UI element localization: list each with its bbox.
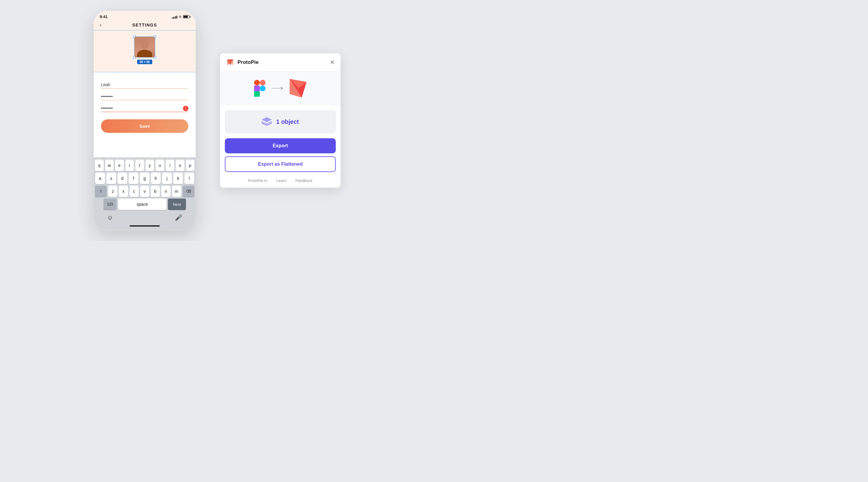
panel-title: ProtoPie <box>238 59 258 65</box>
avatar[interactable] <box>134 37 155 57</box>
object-count: 1 object <box>276 118 299 125</box>
key-b[interactable]: b <box>151 186 160 197</box>
svg-rect-3 <box>254 80 260 86</box>
panel-header: ProtoPie ✕ <box>220 53 341 72</box>
key-shift[interactable]: ⇧ <box>95 186 107 197</box>
protopie-panel: ProtoPie ✕ 1 o <box>220 53 341 188</box>
panel-footer: ProtoPie.io Learn Feedback <box>220 174 341 188</box>
svg-rect-5 <box>254 86 260 91</box>
phone-mockup: 9:41 ⊜ ‹ SETTINGS <box>93 10 196 230</box>
key-i[interactable]: i <box>166 160 175 171</box>
emoji-icon[interactable]: ☺ <box>107 214 113 221</box>
key-c[interactable]: c <box>130 186 138 197</box>
avatar-container: 68 × 68 <box>134 36 155 58</box>
keyboard-row4: 123 space Next <box>95 198 194 210</box>
key-z[interactable]: z <box>108 186 117 197</box>
password1-field <box>101 93 188 100</box>
transfer-arrow <box>272 87 284 90</box>
key-u[interactable]: u <box>156 160 164 171</box>
key-t[interactable]: t <box>135 160 144 171</box>
key-h[interactable]: h <box>151 172 161 184</box>
home-bar <box>130 225 160 227</box>
footer-link-protopie[interactable]: ProtoPie.io <box>248 178 267 183</box>
key-w[interactable]: w <box>105 160 114 171</box>
svg-rect-7 <box>254 91 260 97</box>
keyboard-row1: q w e r t y u i o p <box>95 160 194 171</box>
key-x[interactable]: x <box>119 186 128 197</box>
buttons-section: Export Export as Flattened <box>220 138 341 174</box>
password2-field: ! <box>101 104 188 112</box>
selection-box <box>134 36 155 58</box>
battery-icon <box>183 15 190 19</box>
key-e[interactable]: e <box>115 160 124 171</box>
panel-logo: ProtoPie <box>226 58 258 67</box>
key-numbers[interactable]: 123 <box>103 198 117 210</box>
protopie-large-icon <box>290 79 307 98</box>
key-next[interactable]: Next <box>168 198 186 210</box>
keyboard-row3: ⇧ z x c v b n m ⌫ <box>95 186 194 197</box>
back-button[interactable]: ‹ <box>100 22 101 28</box>
key-r[interactable]: r <box>125 160 134 171</box>
layers-icon <box>261 117 272 126</box>
key-g[interactable]: g <box>140 172 150 184</box>
key-v[interactable]: v <box>140 186 149 197</box>
figma-logo-icon <box>254 80 266 97</box>
object-section: 1 object <box>225 110 336 133</box>
key-space[interactable]: space <box>118 198 166 210</box>
key-y[interactable]: y <box>146 160 154 171</box>
key-o[interactable]: o <box>176 160 184 171</box>
key-n[interactable]: n <box>161 186 170 197</box>
person-body <box>137 50 152 57</box>
page-title: SETTINGS <box>132 23 157 27</box>
avatar-section: 68 × 68 <box>94 30 195 72</box>
person-head <box>141 40 149 49</box>
selection-line-top <box>93 30 196 30</box>
key-s[interactable]: s <box>106 172 116 184</box>
settings-header: ‹ SETTINGS <box>94 20 195 30</box>
footer-link-learn[interactable]: Learn <box>276 178 286 183</box>
name-field <box>101 81 188 89</box>
svg-marker-11 <box>261 117 272 122</box>
key-m[interactable]: m <box>172 186 181 197</box>
phone-screen: 9:41 ⊜ ‹ SETTINGS <box>94 11 195 230</box>
status-bar: 9:41 ⊜ <box>94 11 195 20</box>
bottom-bar: ☺ 🎤 <box>95 212 194 225</box>
save-button[interactable]: Save <box>101 119 188 133</box>
keyboard: q w e r t y u i o p a s d f g h j k l <box>94 157 195 230</box>
key-k[interactable]: k <box>173 172 183 184</box>
svg-point-6 <box>260 86 266 91</box>
key-delete[interactable]: ⌫ <box>183 186 194 197</box>
error-icon: ! <box>183 106 188 111</box>
avatar-person <box>134 37 155 57</box>
signal-icon <box>172 15 177 19</box>
export-button[interactable]: Export <box>225 138 336 153</box>
status-time: 9:41 <box>100 14 107 19</box>
form-section: ! Save <box>94 72 195 157</box>
protopie-logo-icon <box>226 58 235 67</box>
key-p[interactable]: p <box>186 160 195 171</box>
svg-rect-4 <box>260 80 266 86</box>
key-q[interactable]: q <box>95 160 104 171</box>
name-input[interactable] <box>101 81 188 89</box>
key-j[interactable]: j <box>162 172 172 184</box>
key-l[interactable]: l <box>184 172 194 184</box>
close-button[interactable]: ✕ <box>330 60 335 65</box>
transfer-area <box>220 72 341 105</box>
size-label: 68 × 68 <box>137 60 152 64</box>
keyboard-row2: a s d f g h j k l <box>95 172 194 184</box>
selection-line-bottom <box>93 72 196 72</box>
footer-link-feedback[interactable]: Feedback <box>296 178 313 183</box>
export-flattened-button[interactable]: Export as Flattened <box>225 156 336 172</box>
password1-input[interactable] <box>101 93 188 100</box>
status-icons: ⊜ <box>172 15 190 19</box>
key-a[interactable]: a <box>95 172 105 184</box>
password2-input[interactable] <box>101 104 188 112</box>
key-f[interactable]: f <box>129 172 138 184</box>
key-d[interactable]: d <box>118 172 127 184</box>
wifi-icon: ⊜ <box>179 15 181 19</box>
mic-icon[interactable]: 🎤 <box>175 214 182 221</box>
